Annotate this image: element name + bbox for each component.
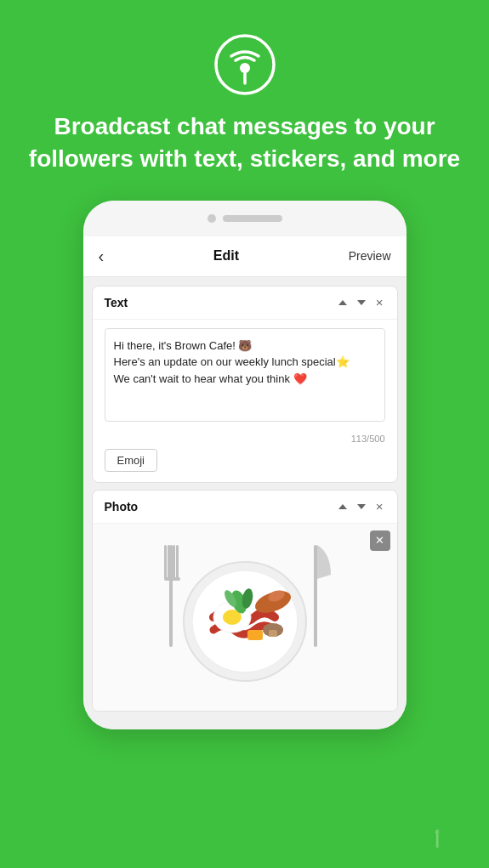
phone-speaker <box>223 215 282 222</box>
svg-rect-7 <box>176 545 179 579</box>
app-header: ‹ Edit Preview <box>83 236 407 277</box>
svg-rect-5 <box>168 545 170 579</box>
preview-button[interactable]: Preview <box>349 249 391 263</box>
svg-point-1 <box>240 63 250 73</box>
food-illustration <box>147 532 343 702</box>
text-card-down-chevron[interactable] <box>355 295 367 310</box>
svg-rect-9 <box>314 545 317 647</box>
text-card: Text × Hi there, it's Brown Cafe! 🐻 Here… <box>92 286 398 483</box>
svg-rect-21 <box>269 630 277 637</box>
photo-content: ✕ <box>93 524 397 711</box>
char-count: 113/500 <box>93 434 397 449</box>
text-card-label: Text <box>105 296 330 309</box>
text-card-header: Text × <box>93 286 397 320</box>
back-button[interactable]: ‹ <box>99 247 105 266</box>
photo-remove-button[interactable]: ✕ <box>370 530 390 551</box>
text-message-input[interactable]: Hi there, it's Brown Cafe! 🐻 Here's an u… <box>105 328 385 422</box>
photo-card-down-chevron[interactable] <box>355 499 367 514</box>
broadcast-icon <box>214 34 276 95</box>
svg-rect-8 <box>164 577 180 581</box>
emoji-button[interactable]: Emoji <box>105 449 158 472</box>
photo-card-close[interactable]: × <box>374 499 385 513</box>
photo-card: Photo × ✕ <box>92 490 398 712</box>
svg-rect-6 <box>173 545 175 579</box>
app-content: ‹ Edit Preview Text × Hi there, it's Bro… <box>83 236 407 729</box>
header-title: Edit <box>213 248 239 264</box>
photo-card-up-chevron[interactable] <box>337 499 349 514</box>
photo-card-label: Photo <box>105 500 330 513</box>
text-card-close[interactable]: × <box>374 295 385 309</box>
svg-rect-19 <box>247 630 263 640</box>
phone-frame: ‹ Edit Preview Text × Hi there, it's Bro… <box>83 201 407 729</box>
photo-card-header: Photo × <box>93 491 397 524</box>
phone-top-bar <box>83 201 407 236</box>
top-section: Broadcast chat messages to your follower… <box>0 0 489 192</box>
phone-wrapper: ‹ Edit Preview Text × Hi there, it's Bro… <box>0 201 489 729</box>
svg-text:أ: أ <box>435 829 440 851</box>
text-card-up-chevron[interactable] <box>337 295 349 310</box>
headline-text: Broadcast chat messages to your follower… <box>26 111 463 175</box>
bottom-logo: أ <box>435 829 475 858</box>
phone-camera <box>208 214 216 223</box>
svg-rect-4 <box>164 545 167 579</box>
